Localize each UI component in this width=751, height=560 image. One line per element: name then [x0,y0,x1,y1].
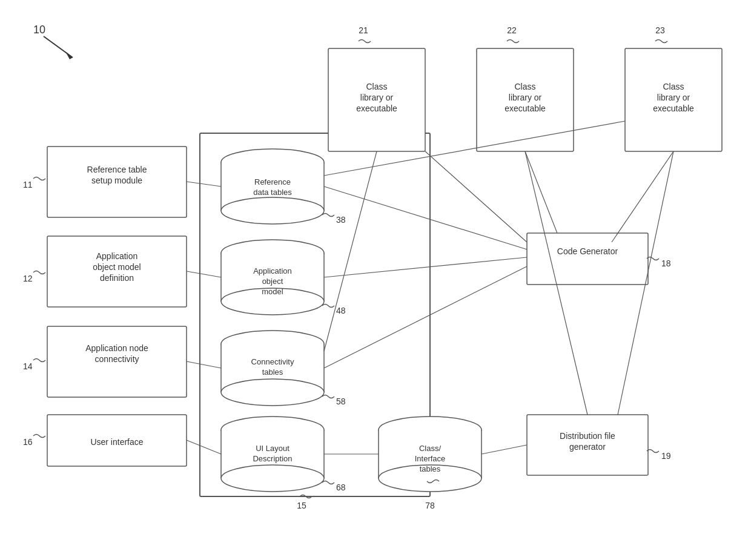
cyl-conn-bottom [221,379,324,406]
cyl-app-text2: object [262,277,283,286]
label-14: 14 [23,361,33,371]
cyl-ref-text2: data tables [253,188,292,197]
app-obj-text-line2: object model [93,262,141,272]
label-38: 38 [336,215,346,225]
cyl-class-iface-text2: Interface [415,454,446,463]
label-11: 11 [23,180,33,189]
app-node-text-line1: Application node [85,343,148,353]
box-code-generator [527,233,648,285]
cyl-ui-bottom [221,465,324,492]
label-68: 68 [336,483,346,492]
class21-text2: library or [360,93,394,102]
class23-text1: Class [663,82,684,91]
cyl-app-text1: Application [253,266,292,275]
label-19: 19 [661,451,671,461]
cyl-ref-bottom [221,197,324,224]
app-node-text-line2: connectivity [94,354,139,364]
cyl-conn-text1: Connectivity [251,357,294,366]
label-10: 10 [33,24,45,36]
cyl-ui-text1: UI Layout [256,444,289,453]
cyl-app-text3: model [262,287,283,296]
cyl-class-iface-text3: tables [420,464,441,473]
class21-text1: Class [366,82,387,91]
cyl-ui-text2: Description [253,454,292,463]
class23-text2: library or [657,93,690,102]
label-18: 18 [661,259,671,268]
class21-text3: executable [356,104,397,113]
label-58: 58 [336,397,346,406]
ref-table-text-line2: setup module [91,176,142,185]
cyl-ref-text1: Reference [254,177,291,186]
class22-text2: library or [509,93,542,102]
label-21: 21 [359,25,368,35]
app-obj-text-line1: Application [96,251,138,261]
user-iface-text: User interface [90,437,143,447]
dist-file-text2: generator [569,442,606,452]
dist-file-text1: Distribution file [560,431,615,441]
cyl-class-iface-text1: Class/ [419,444,442,453]
label-15: 15 [297,501,306,510]
app-obj-text-line3: definition [100,273,134,283]
label-23: 23 [655,25,665,35]
class23-text3: executable [653,104,694,113]
cyl-conn-text2: tables [262,367,283,377]
label-16: 16 [23,437,33,447]
label-22: 22 [507,25,517,35]
label-48: 48 [336,306,346,315]
architecture-diagram: 10 11 Reference table setup module 12 Ap… [0,0,751,560]
label-12: 12 [23,274,33,283]
code-gen-text1: Code Generator [557,246,618,256]
ref-table-text-line1: Reference table [87,165,147,174]
class22-text1: Class [514,82,535,91]
class22-text3: executable [505,104,546,113]
label-78: 78 [425,501,435,510]
